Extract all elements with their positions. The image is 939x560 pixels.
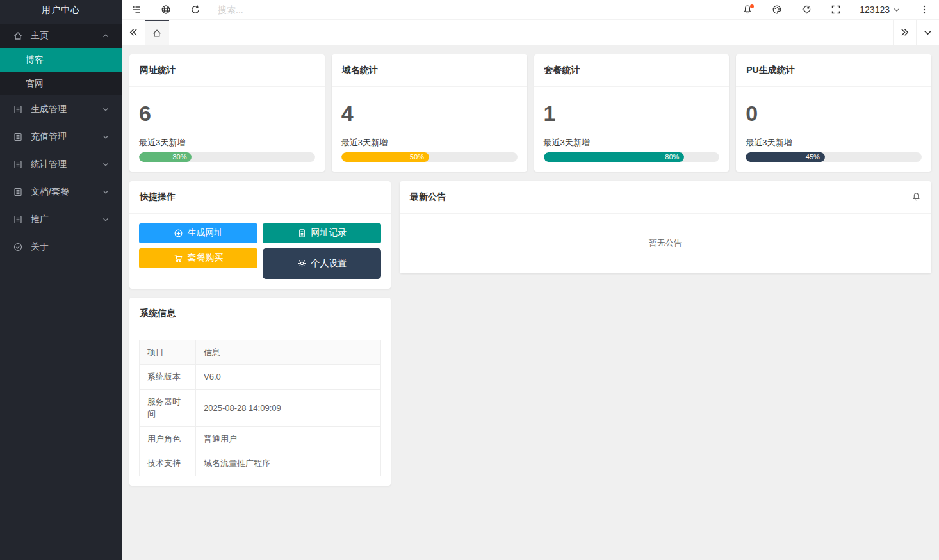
- collapse-sidebar-icon[interactable]: [122, 0, 151, 20]
- topbar: 123123: [122, 0, 939, 20]
- card-title: PU生成统计: [736, 54, 931, 87]
- fullscreen-icon[interactable]: [821, 0, 851, 20]
- sidebar-submenu: 博客 官网: [0, 48, 122, 95]
- website-icon[interactable]: [151, 0, 181, 20]
- progress-value: 45%: [806, 152, 825, 162]
- chevron-up-icon: [101, 31, 110, 40]
- check-circle-icon: [13, 242, 23, 252]
- more-vertical-icon[interactable]: [910, 0, 939, 20]
- sidebar-item-generate-mgmt[interactable]: 生成管理: [0, 95, 122, 123]
- sidebar-item-label: 充值管理: [31, 131, 101, 143]
- sidebar: 用户中心 主页 博客 官网 生成管理: [0, 0, 122, 560]
- sidebar-item-about[interactable]: 关于: [0, 233, 122, 260]
- stat-label: 最近3天新增: [544, 137, 720, 148]
- chevron-down-icon: [923, 28, 933, 37]
- user-menu[interactable]: 123123: [851, 0, 910, 20]
- column-header: 信息: [196, 340, 381, 365]
- sidebar-item-home[interactable]: 主页: [0, 24, 122, 48]
- username: 123123: [860, 4, 890, 15]
- app-title: 用户中心: [0, 0, 122, 20]
- template-icon: [13, 159, 23, 170]
- personal-settings-button[interactable]: 个人设置: [263, 248, 381, 279]
- tag-icon[interactable]: [792, 0, 821, 20]
- notification-dot: [750, 4, 754, 8]
- sidebar-item-statistics-mgmt[interactable]: 统计管理: [0, 150, 122, 178]
- refresh-icon[interactable]: [181, 0, 210, 20]
- sidebar-nav: 主页 博客 官网 生成管理 充值管理: [0, 20, 122, 560]
- announcement-empty-text: 暂无公告: [400, 214, 931, 273]
- sidebar-item-label: 关于: [31, 241, 110, 253]
- quick-actions-card: 快捷操作 生成网址 套餐购买: [129, 181, 391, 289]
- stat-label: 最近3天新增: [341, 137, 518, 148]
- document-icon: [297, 228, 307, 238]
- theme-palette-icon[interactable]: [762, 0, 792, 20]
- sidebar-item-promotion[interactable]: 推广: [0, 205, 122, 233]
- search-input[interactable]: [218, 4, 359, 15]
- template-icon: [13, 187, 23, 197]
- chevron-down-icon: [101, 215, 110, 224]
- sidebar-item-recharge-mgmt[interactable]: 充值管理: [0, 123, 122, 150]
- progress-bar: 80%: [544, 152, 720, 162]
- row-label: 技术支持: [140, 451, 196, 476]
- generate-url-button[interactable]: 生成网址: [139, 223, 257, 243]
- card-title: 网址统计: [129, 54, 325, 87]
- gear-icon: [297, 259, 307, 268]
- table-row: 系统版本 V6.0: [140, 365, 381, 390]
- button-label: 网址记录: [311, 227, 347, 239]
- card-title: 最新公告: [410, 191, 446, 203]
- stat-value: 6: [139, 100, 315, 127]
- card-title: 快捷操作: [129, 181, 391, 214]
- button-label: 套餐购买: [188, 252, 224, 264]
- submenu-item-label: 官网: [26, 78, 44, 90]
- tab-menu-button[interactable]: [916, 20, 939, 45]
- button-label: 个人设置: [311, 258, 347, 269]
- sidebar-item-blog[interactable]: 博客: [0, 48, 122, 72]
- double-chevron-left-icon: [129, 28, 138, 37]
- progress-bar: 30%: [139, 152, 315, 162]
- tab-home[interactable]: [145, 20, 169, 45]
- row-value: 2025-08-28 14:09:09: [196, 389, 381, 426]
- sidebar-item-label: 统计管理: [31, 159, 101, 170]
- row-label: 服务器时间: [140, 389, 196, 426]
- chevron-down-icon: [101, 132, 110, 141]
- row-value: 域名流量推广程序: [196, 451, 381, 476]
- card-title: 系统信息: [129, 298, 391, 330]
- sidebar-item-label: 生成管理: [31, 104, 101, 115]
- url-records-button[interactable]: 网址记录: [263, 223, 381, 243]
- row-value: 普通用户: [196, 426, 381, 451]
- chevron-down-icon: [101, 160, 110, 169]
- tabbar-spacer: [169, 20, 893, 45]
- buy-package-button[interactable]: 套餐购买: [139, 248, 257, 268]
- button-label: 生成网址: [188, 227, 224, 239]
- submenu-item-label: 博客: [26, 54, 44, 66]
- stat-label: 最近3天新增: [139, 137, 315, 148]
- scroll-tabs-right-button[interactable]: [893, 20, 916, 45]
- stat-card-domains: 域名统计 4 最近3天新增 50%: [332, 54, 527, 172]
- table-row: 用户角色 普通用户: [140, 426, 381, 451]
- progress-bar: 50%: [341, 152, 518, 162]
- template-icon: [13, 214, 23, 225]
- stat-value: 1: [544, 100, 720, 127]
- row-label: 系统版本: [140, 365, 196, 390]
- table-row: 服务器时间 2025-08-28 14:09:09: [140, 389, 381, 426]
- sidebar-item-official-site[interactable]: 官网: [0, 72, 122, 95]
- system-info-card: 系统信息 项目 信息 系统版本: [129, 298, 391, 486]
- template-icon: [13, 132, 23, 142]
- stat-label: 最近3天新增: [746, 137, 922, 148]
- notifications-button[interactable]: [733, 0, 762, 20]
- sidebar-item-label: 文档/套餐: [31, 186, 101, 198]
- double-chevron-right-icon: [900, 28, 910, 37]
- stat-value: 0: [746, 100, 922, 127]
- sidebar-item-docs-packages[interactable]: 文档/套餐: [0, 178, 122, 205]
- tabbar: [122, 20, 939, 45]
- scroll-tabs-left-button[interactable]: [122, 20, 145, 45]
- progress-value: 80%: [665, 152, 684, 162]
- stat-card-pu-generation: PU生成统计 0 最近3天新增 45%: [736, 54, 931, 172]
- progress-value: 50%: [410, 152, 429, 162]
- content: 网址统计 6 最近3天新增 30% 域名统计 4 最近3天新增: [122, 45, 939, 560]
- stat-card-packages: 套餐统计 1 最近3天新增 80%: [534, 54, 730, 172]
- cart-icon: [174, 253, 183, 263]
- template-icon: [13, 104, 23, 115]
- progress-value: 30%: [172, 152, 192, 162]
- system-info-table: 项目 信息 系统版本 V6.0 服务器时间: [139, 340, 381, 476]
